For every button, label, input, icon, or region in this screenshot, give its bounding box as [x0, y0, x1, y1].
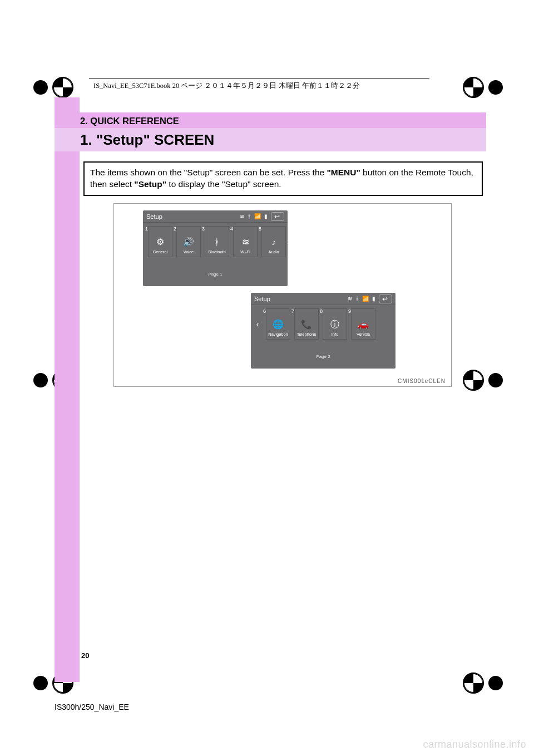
back-button[interactable]: ↩ — [271, 212, 284, 221]
setup-screen-page1: Setup ≋ ᚼ 📶 ▮ ↩ 1 ⚙ General 2 🔊 Voice 3 — [143, 210, 288, 286]
tile-label: Vehicle — [357, 332, 370, 337]
signal-status-icon: 📶 — [254, 213, 262, 219]
tile-label: Telephone — [297, 332, 317, 337]
setup-tile-general[interactable]: ⚙ General — [148, 226, 172, 257]
page-indicator: Page 1 — [143, 272, 288, 277]
prev-page-arrow[interactable]: ‹ — [253, 310, 262, 338]
tile-label: Info — [332, 332, 339, 337]
intro-text: to display the "Setup" screen. — [166, 179, 281, 189]
figure-code: CMIS001eCLEN — [398, 378, 446, 384]
globe-icon: 🌐 — [273, 319, 284, 330]
setup-tile-audio[interactable]: ♪ Audio — [261, 226, 286, 257]
signal-status-icon: 📶 — [362, 296, 370, 302]
registration-mark — [456, 75, 501, 98]
intro-bold-menu: "MENU" — [327, 168, 360, 177]
battery-status-icon: ▮ — [264, 213, 269, 219]
page-number: 20 — [81, 651, 89, 660]
setup-tile-telephone[interactable]: 📞 Telephone — [294, 308, 319, 340]
registration-mark — [456, 367, 501, 391]
tile-label: General — [153, 249, 168, 254]
setup-tile-info[interactable]: ⓘ Info — [323, 308, 347, 340]
tile-row: ‹ 6 🌐 Navigation 7 📞 Telephone 8 ⓘ Info … — [251, 305, 395, 341]
wifi-status-icon: ≋ — [348, 296, 353, 302]
intro-box: The items shown on the "Setup" screen ca… — [83, 161, 483, 196]
intro-text: The items shown on the "Setup" screen ca… — [90, 168, 327, 177]
screen-title: Setup — [146, 213, 162, 220]
car-icon: 🚗 — [358, 319, 369, 330]
section-heading: 2. QUICK REFERENCE — [55, 112, 486, 128]
screen-header: Setup ≋ ᚼ 📶 ▮ ↩ — [143, 210, 288, 223]
registration-mark — [33, 75, 78, 98]
setup-tile-navigation[interactable]: 🌐 Navigation — [266, 308, 290, 340]
status-icons: ≋ ᚼ 📶 ▮ ↩ — [240, 212, 284, 221]
wifi-icon: ≋ — [240, 237, 251, 248]
bluetooth-icon: ᚼ — [211, 237, 222, 248]
setup-screen-page2: Setup ≋ ᚼ 📶 ▮ ↩ ‹ 6 🌐 Navigation 7 📞 Tel… — [251, 293, 395, 369]
tile-label: Audio — [268, 249, 279, 254]
page-title: 1. "Setup" SCREEN — [55, 128, 486, 151]
gear-icon: ⚙ — [155, 237, 166, 248]
print-header-text: IS_Navi_EE_53C71E.book 20 ページ ２０１４年５月２９日… — [93, 81, 360, 91]
setup-tile-vehicle[interactable]: 🚗 Vehicle — [351, 308, 375, 340]
setup-tile-wifi[interactable]: ≋ Wi-Fi — [233, 226, 258, 257]
tile-label: Navigation — [268, 332, 288, 337]
figure-frame: Setup ≋ ᚼ 📶 ▮ ↩ 1 ⚙ General 2 🔊 Voice 3 — [113, 203, 452, 387]
book-id: IS300h/250_Navi_EE — [55, 703, 129, 711]
phone-icon: 📞 — [301, 319, 312, 330]
watermark: carmanualsonline.info — [423, 739, 526, 750]
screen-header: Setup ≋ ᚼ 📶 ▮ ↩ — [251, 293, 395, 305]
back-button[interactable]: ↩ — [379, 294, 392, 303]
note-icon: ♪ — [268, 237, 279, 248]
tile-label: Bluetooth — [208, 249, 226, 254]
status-icons: ≋ ᚼ 📶 ▮ ↩ — [348, 294, 392, 303]
setup-tile-bluetooth[interactable]: ᚼ Bluetooth — [205, 226, 229, 257]
intro-bold-setup: "Setup" — [134, 179, 166, 189]
setup-tile-voice[interactable]: 🔊 Voice — [176, 226, 201, 257]
registration-mark — [456, 670, 501, 694]
tile-label: Voice — [184, 249, 194, 254]
speaker-icon: 🔊 — [183, 237, 194, 248]
print-header-rule — [89, 78, 429, 78]
wifi-status-icon: ≋ — [240, 213, 245, 219]
tile-label: Wi-Fi — [240, 249, 250, 254]
bluetooth-status-icon: ᚼ — [355, 296, 360, 302]
battery-status-icon: ▮ — [372, 296, 377, 302]
next-page-arrow[interactable]: › — [287, 227, 288, 256]
bluetooth-status-icon: ᚼ — [248, 213, 252, 219]
page-indicator: Page 2 — [251, 354, 395, 359]
screen-title: Setup — [254, 296, 270, 302]
info-icon: ⓘ — [329, 319, 340, 330]
chapter-color-bar — [55, 97, 80, 682]
tile-row: 1 ⚙ General 2 🔊 Voice 3 ᚼ Bluetooth 4 ≋ — [143, 223, 288, 258]
